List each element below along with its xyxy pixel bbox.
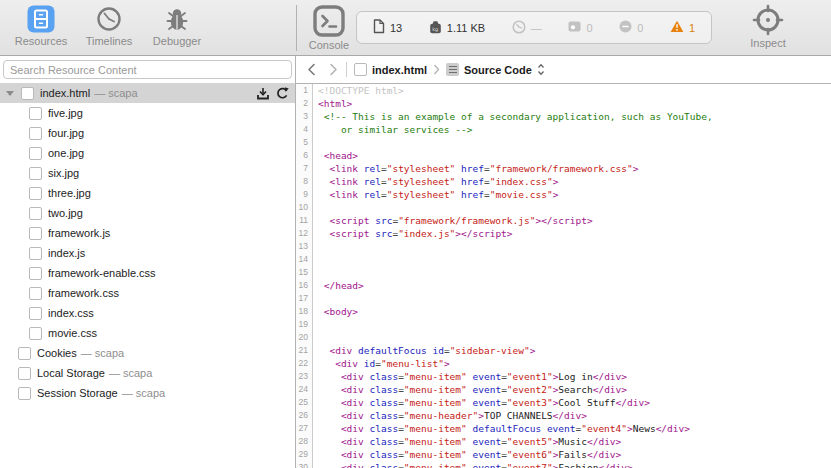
file-icon xyxy=(29,247,42,260)
stat-errors: 0 xyxy=(619,20,643,35)
breadcrumb-chevron-icon xyxy=(433,64,440,75)
resource-label: one.jpg xyxy=(48,147,84,159)
code-text xyxy=(313,253,318,266)
code-line: 8 <link rel="stylesheet" href="index.css… xyxy=(296,175,831,188)
back-button[interactable] xyxy=(303,63,319,76)
resource-item[interactable]: movie.css xyxy=(0,323,295,343)
resource-origin-suffix: — scapa xyxy=(122,387,165,399)
code-line: 29 <div class="menu-item" event="event6"… xyxy=(296,448,831,461)
line-number: 13 xyxy=(296,240,313,253)
code-text xyxy=(313,201,318,214)
tab-timelines[interactable]: Timelines xyxy=(80,4,138,47)
line-number: 17 xyxy=(296,292,313,305)
code-line: 28 <div class="menu-item" event="event5"… xyxy=(296,435,831,448)
line-number: 25 xyxy=(296,396,313,409)
tab-debugger[interactable]: Debugger xyxy=(148,4,206,47)
file-icon xyxy=(29,147,42,160)
console-icon xyxy=(312,4,346,38)
forward-button[interactable] xyxy=(325,63,341,76)
stat-logs: 0 xyxy=(568,21,592,34)
resource-item[interactable]: index.css xyxy=(0,303,295,323)
resource-item[interactable]: four.jpg xyxy=(0,123,295,143)
resource-origin-suffix: — scapa xyxy=(94,87,137,99)
storage-icon xyxy=(18,387,31,400)
resource-label: six.jpg xyxy=(48,167,79,179)
code-line: 13 xyxy=(296,240,831,253)
code-text xyxy=(313,318,318,331)
inspector-toolbar: Resources Timelines xyxy=(0,0,831,56)
code-text: </head> xyxy=(313,279,364,292)
resource-label: four.jpg xyxy=(48,127,84,139)
line-number: 18 xyxy=(296,305,313,318)
resource-item[interactable]: six.jpg xyxy=(0,163,295,183)
resource-item[interactable]: Session Storage— scapa xyxy=(0,383,295,403)
code-text: <div id="menu-list"> xyxy=(313,357,450,370)
console-button[interactable]: Console xyxy=(306,4,352,51)
view-mode-dropdown[interactable]: Source Code xyxy=(446,63,545,76)
resource-item[interactable]: framework-enable.css xyxy=(0,263,295,283)
file-icon xyxy=(29,107,42,120)
line-number: 15 xyxy=(296,266,313,279)
resource-label: three.jpg xyxy=(48,187,91,199)
resource-item[interactable]: three.jpg xyxy=(0,183,295,203)
line-number: 9 xyxy=(296,188,313,201)
resource-label: framework.js xyxy=(48,227,110,239)
line-number: 29 xyxy=(296,448,313,461)
code-line: 17 xyxy=(296,292,831,305)
code-text: <div class="menu-item" event="event5">Mu… xyxy=(313,435,621,448)
download-icon[interactable] xyxy=(257,87,269,100)
code-text: <script src="index.js"></script> xyxy=(313,227,513,240)
code-line: 19 xyxy=(296,318,831,331)
inspect-icon xyxy=(752,4,784,36)
resource-item[interactable]: index.html— scapa xyxy=(0,83,295,103)
code-text: <div class="menu-item" event="event6">Fa… xyxy=(313,448,621,461)
logs-icon xyxy=(568,21,581,34)
code-text: <head> xyxy=(313,149,358,162)
resource-label: Cookies xyxy=(37,347,77,359)
search-row xyxy=(0,56,295,83)
reload-icon[interactable] xyxy=(276,87,289,100)
code-line: 20 xyxy=(296,331,831,344)
line-number: 16 xyxy=(296,279,313,292)
resource-origin-suffix: — scapa xyxy=(109,367,152,379)
code-text xyxy=(313,240,318,253)
resource-item[interactable]: five.jpg xyxy=(0,103,295,123)
resource-item[interactable]: index.js xyxy=(0,243,295,263)
code-editor[interactable]: 1<!DOCTYPE html>2<html>3 <!-- This is an… xyxy=(296,84,831,468)
code-text: <div class="menu-item" event="event3">Co… xyxy=(313,396,650,409)
code-line: 9 <link rel="stylesheet" href="movie.css… xyxy=(296,188,831,201)
tab-resources[interactable]: Resources xyxy=(12,4,70,47)
code-text xyxy=(313,292,318,305)
resource-item[interactable]: two.jpg xyxy=(0,203,295,223)
resource-item[interactable]: Cookies— scapa xyxy=(0,343,295,363)
document-icon xyxy=(373,19,385,36)
stat-resource-count-value: 13 xyxy=(390,22,402,34)
code-text: <link rel="stylesheet" href="index.css"> xyxy=(313,175,558,188)
resource-item[interactable]: one.jpg xyxy=(0,143,295,163)
stat-warnings[interactable]: 1 xyxy=(670,20,695,35)
inspect-button[interactable]: Inspect xyxy=(742,4,794,49)
code-text: <div class="menu-header">TOP CHANNELS</d… xyxy=(313,409,587,422)
resources-icon xyxy=(26,4,56,34)
resource-item[interactable]: framework.css xyxy=(0,283,295,303)
inspector-main: index.html— scapafive.jpgfour.jpgone.jpg… xyxy=(0,56,831,468)
disclosure-triangle-icon[interactable] xyxy=(6,91,14,96)
file-icon xyxy=(29,287,42,300)
resource-origin-suffix: — scapa xyxy=(81,347,124,359)
code-text: <div class="menu-item" event="event2">Se… xyxy=(313,383,627,396)
breadcrumb-file-label: index.html xyxy=(372,64,427,76)
svg-text:kg: kg xyxy=(432,25,438,32)
resource-item[interactable]: framework.js xyxy=(0,223,295,243)
code-line: 12 <script src="index.js"></script> xyxy=(296,227,831,240)
code-text: <!DOCTYPE html> xyxy=(313,84,404,97)
code-text xyxy=(313,136,318,149)
line-number: 27 xyxy=(296,422,313,435)
console-label: Console xyxy=(309,39,349,51)
resource-item[interactable]: Local Storage— scapa xyxy=(0,363,295,383)
code-line: 10 xyxy=(296,201,831,214)
resource-label: index.css xyxy=(48,307,94,319)
breadcrumb-file[interactable]: index.html xyxy=(354,63,427,76)
search-resource-input[interactable] xyxy=(3,60,292,79)
stat-load-time-value: — xyxy=(531,22,542,34)
resource-label: framework.css xyxy=(48,287,119,299)
